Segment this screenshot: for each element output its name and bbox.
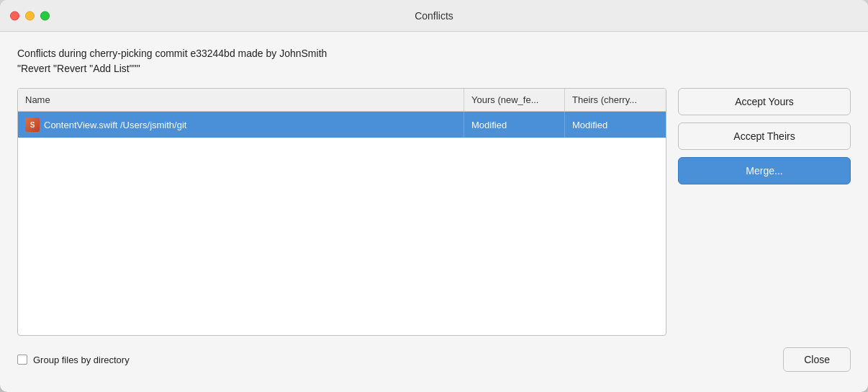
close-traffic-light[interactable]: [10, 11, 19, 20]
window-title: Conflicts: [415, 10, 453, 22]
cell-yours: Modified: [464, 112, 565, 138]
cell-name: ContentView.swift /Users/jsmith/git: [18, 112, 464, 138]
col-header-theirs: Theirs (cherry...: [565, 89, 666, 111]
swift-file-icon: [25, 117, 40, 132]
merge-button[interactable]: Merge...: [678, 157, 851, 184]
description-text: Conflicts during cherry-picking commit e…: [17, 46, 851, 76]
close-button[interactable]: Close: [783, 347, 851, 372]
accept-theirs-button[interactable]: Accept Theirs: [678, 122, 851, 150]
description-line1: Conflicts during cherry-picking commit e…: [17, 46, 851, 61]
main-content: Conflicts during cherry-picking commit e…: [0, 32, 868, 392]
col-header-name: Name: [18, 89, 464, 111]
minimize-traffic-light[interactable]: [25, 11, 35, 20]
conflicts-table: Name Yours (new_fe... Theirs (cherry... …: [17, 88, 666, 336]
group-by-directory-text: Group files by directory: [33, 355, 130, 365]
description-line2: "Revert "Revert "Add List""": [17, 61, 851, 76]
titlebar: Conflicts: [0, 0, 868, 32]
table-row[interactable]: ContentView.swift /Users/jsmith/git Modi…: [18, 112, 666, 138]
table-body: ContentView.swift /Users/jsmith/git Modi…: [18, 112, 666, 335]
file-name: ContentView.swift /Users/jsmith/git: [44, 120, 186, 130]
group-by-directory-label[interactable]: Group files by directory: [17, 355, 130, 365]
action-buttons-panel: Accept Yours Accept Theirs Merge...: [678, 88, 851, 336]
window-controls: [10, 11, 50, 20]
maximize-traffic-light[interactable]: [40, 11, 50, 20]
main-area: Name Yours (new_fe... Theirs (cherry... …: [17, 88, 851, 336]
accept-yours-button[interactable]: Accept Yours: [678, 88, 851, 115]
conflicts-dialog: Conflicts Conflicts during cherry-pickin…: [0, 0, 868, 392]
table-header: Name Yours (new_fe... Theirs (cherry...: [18, 89, 666, 112]
footer: Group files by directory Close: [17, 347, 851, 378]
cell-theirs: Modified: [565, 112, 666, 138]
col-header-yours: Yours (new_fe...: [464, 89, 565, 111]
group-by-directory-checkbox[interactable]: [17, 355, 27, 365]
